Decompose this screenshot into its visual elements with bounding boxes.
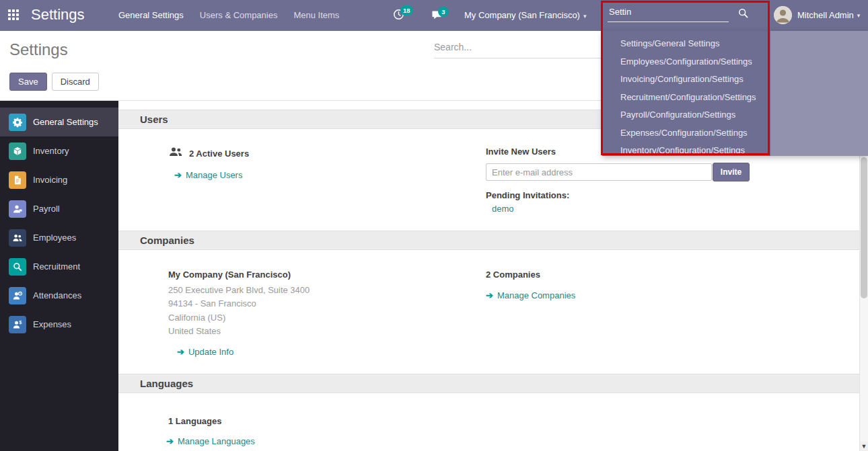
section-companies: My Company (San Francisco) 250 Executive… xyxy=(118,250,859,374)
section-header-languages: Languages xyxy=(118,374,859,393)
apps-grid-icon[interactable] xyxy=(8,9,20,22)
search-icon[interactable] xyxy=(738,8,748,21)
address-line: United States xyxy=(168,325,859,338)
sidebar-item-payroll[interactable]: Payroll xyxy=(0,194,118,223)
activity-badge: 18 xyxy=(400,5,413,15)
link-arrow-icon: ➔ xyxy=(174,170,182,180)
menu-menu-items[interactable]: Menu Items xyxy=(293,10,339,20)
link-arrow-icon: ➔ xyxy=(486,290,493,300)
menu-users-companies[interactable]: Users & Companies xyxy=(200,10,278,20)
manage-languages-link[interactable]: ➔Manage Languages xyxy=(166,436,859,446)
menu-general-settings[interactable]: General Settings xyxy=(118,10,184,20)
page-title: Settings xyxy=(9,40,68,59)
sidebar-item-employees[interactable]: Employees xyxy=(0,223,118,252)
sidebar-item-label: Invoicing xyxy=(33,175,67,185)
user-avatar xyxy=(774,6,792,24)
sidebar-item-expenses[interactable]: $ Expenses xyxy=(0,310,118,339)
save-button[interactable]: Save xyxy=(9,73,47,91)
section-languages: 1 Languages ➔Manage Languages xyxy=(118,393,859,446)
sidebar-item-label: Recruitment xyxy=(33,261,80,272)
section-header-companies: Companies xyxy=(118,231,859,250)
scrollbar-thumb[interactable] xyxy=(861,157,867,298)
menu-search-dropdown: Settings/General Settings Employees/Conf… xyxy=(602,31,868,156)
sidebar-item-label: Payroll xyxy=(33,204,60,214)
user-menu[interactable]: Mitchell Admin ▾ xyxy=(774,6,860,24)
general-settings-gear-icon xyxy=(9,114,26,131)
sidebar-item-general-settings[interactable]: General Settings xyxy=(0,108,118,136)
sidebar-item-label: Employees xyxy=(33,233,76,243)
sidebar-item-label: General Settings xyxy=(33,117,98,127)
pending-user-link[interactable]: demo xyxy=(492,204,750,214)
dropdown-panel-overlay xyxy=(770,31,868,156)
caret-down-icon: ▾ xyxy=(857,12,861,19)
sidebar-item-invoicing[interactable]: Invoicing xyxy=(0,165,118,194)
inventory-box-icon xyxy=(9,142,26,160)
company-switcher-label: My Company (San Francisco) xyxy=(464,10,580,20)
sidebar-item-label: Attendances xyxy=(33,290,81,300)
control-panel-buttons: Save Discard xyxy=(9,73,99,91)
link-arrow-icon: ➔ xyxy=(177,347,184,357)
companies-right-panel: 2 Companies ➔Manage Companies xyxy=(486,270,575,300)
sidebar-item-recruitment[interactable]: Recruitment xyxy=(0,252,118,281)
caret-down-icon: ▾ xyxy=(583,13,587,19)
activity-clock-icon[interactable]: 18 xyxy=(393,9,416,28)
content-search-input[interactable] xyxy=(434,39,602,58)
pending-invitations-label: Pending Invitations: xyxy=(486,190,750,200)
invite-button[interactable]: Invite xyxy=(713,163,750,181)
sidebar-item-label: Inventory xyxy=(33,146,69,156)
discard-button[interactable]: Discard xyxy=(52,73,99,91)
manage-companies-link[interactable]: ➔Manage Companies xyxy=(486,290,575,300)
navbar-search-input[interactable] xyxy=(608,4,729,22)
company-switcher[interactable]: My Company (San Francisco)▾ xyxy=(464,10,586,20)
expenses-person-dollar-icon: $ xyxy=(9,316,26,333)
sidebar-item-inventory[interactable]: Inventory xyxy=(0,136,118,165)
payroll-person-icon xyxy=(9,200,26,218)
navbar-search xyxy=(608,4,750,22)
user-name: Mitchell Admin xyxy=(797,10,854,20)
invite-email-field[interactable] xyxy=(486,163,712,181)
sidebar-item-label: Expenses xyxy=(33,319,71,329)
svg-text:$: $ xyxy=(20,320,22,325)
companies-count: 2 Companies xyxy=(486,270,575,280)
settings-sidebar: General Settings Inventory Invoicing Pay… xyxy=(0,101,118,451)
scroll-down-icon[interactable]: ▼ xyxy=(860,442,868,451)
link-arrow-icon: ➔ xyxy=(166,436,174,446)
users-group-icon xyxy=(168,147,183,160)
recruitment-magnifier-icon xyxy=(9,258,26,276)
active-users-count: 2 Active Users xyxy=(189,149,249,159)
languages-count: 1 Languages xyxy=(168,416,859,426)
attendances-person-clock-icon xyxy=(9,287,26,304)
messages-badge: 3 xyxy=(438,7,449,17)
employees-people-icon xyxy=(9,229,26,247)
app-title[interactable]: Settings xyxy=(31,6,85,24)
sidebar-item-attendances[interactable]: Attendances xyxy=(0,281,118,310)
navbar-menu: General Settings Users & Companies Menu … xyxy=(118,10,339,20)
messages-chat-icon[interactable]: 3 xyxy=(431,10,454,29)
update-info-link[interactable]: ➔Update Info xyxy=(177,347,859,357)
content-search xyxy=(434,39,602,58)
invoicing-document-icon xyxy=(9,171,26,189)
address-line: California (US) xyxy=(168,311,859,325)
